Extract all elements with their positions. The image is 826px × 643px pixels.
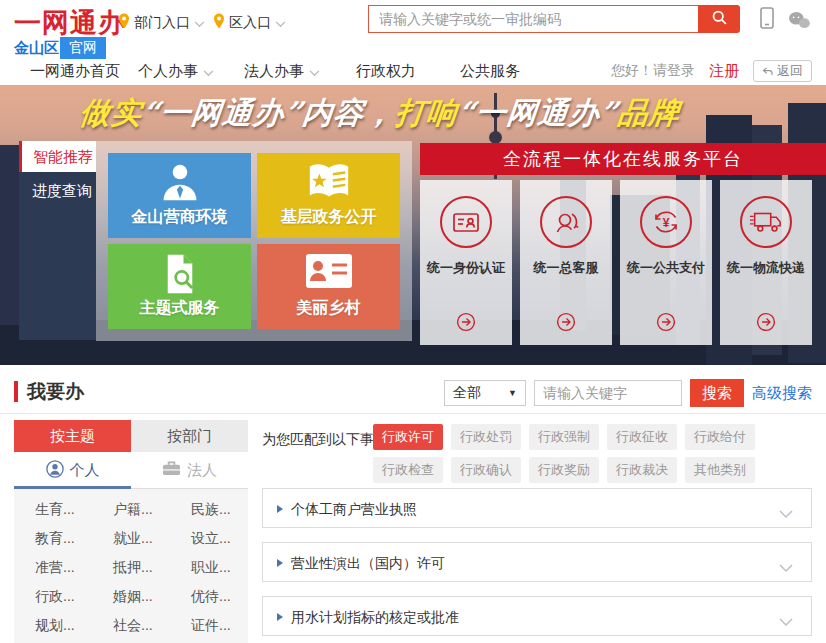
portal-page: 一网通办 部门入口 区入口 金山区 官网 一网通办首页 个人办事 法人办事 行政… bbox=[0, 0, 826, 643]
category-item[interactable]: 抵押... bbox=[92, 553, 170, 582]
tab-by-department[interactable]: 按部门 bbox=[131, 420, 248, 452]
category-item[interactable]: 准营... bbox=[14, 553, 92, 582]
tag-other-category[interactable]: 其他类别 bbox=[685, 457, 755, 483]
nav-admin-power[interactable]: 行政权力 bbox=[356, 62, 416, 81]
slogan-part: “一网通办” bbox=[456, 95, 620, 130]
keyword-input[interactable] bbox=[534, 380, 682, 406]
region-link[interactable]: 金山区 bbox=[14, 39, 59, 58]
site-logo[interactable]: 一网通办 bbox=[14, 5, 126, 41]
district-entry-dropdown[interactable]: 区入口 bbox=[213, 13, 286, 32]
filter-selected-value: 全部 bbox=[453, 384, 481, 402]
filter-select[interactable]: 全部 ▼ bbox=[444, 380, 526, 406]
subtab-personal[interactable]: 个人 bbox=[14, 452, 131, 488]
login-link[interactable]: 您好！请登录 bbox=[611, 62, 695, 80]
service-label: 统一物流快递 bbox=[727, 259, 805, 277]
header-search-button[interactable] bbox=[698, 5, 740, 33]
tag-admin-payment[interactable]: 行政给付 bbox=[685, 424, 755, 450]
open-book-icon bbox=[306, 188, 352, 205]
accordion-item-performance-permit[interactable]: 营业性演出（国内）许可 bbox=[262, 542, 812, 582]
category-item[interactable]: 就业... bbox=[92, 524, 170, 553]
header-search bbox=[368, 5, 740, 33]
wechat-icon[interactable] bbox=[786, 11, 812, 33]
category-item[interactable]: 户籍... bbox=[92, 495, 170, 524]
customer-service-icon bbox=[540, 196, 592, 248]
briefcase-icon bbox=[162, 460, 181, 480]
tile-business-environment[interactable]: 金山营商环境 bbox=[108, 153, 251, 238]
category-item[interactable]: 证件... bbox=[170, 611, 248, 640]
category-item[interactable]: 婚姻... bbox=[92, 582, 170, 611]
id-card-icon bbox=[305, 275, 353, 292]
arrow-right-icon bbox=[756, 312, 776, 336]
smart-recommend-item[interactable]: 智能推荐 bbox=[19, 141, 96, 172]
category-item[interactable]: 职业... bbox=[170, 553, 248, 582]
triangle-right-icon bbox=[277, 505, 283, 513]
district-entry-label: 区入口 bbox=[229, 14, 271, 32]
arrow-right-icon bbox=[456, 312, 476, 336]
category-item[interactable]: 设立... bbox=[170, 524, 248, 553]
accordion-title: 个体工商户营业执照 bbox=[291, 501, 417, 519]
category-item[interactable]: 生育... bbox=[14, 495, 92, 524]
chevron-down-icon[interactable] bbox=[779, 613, 793, 631]
tag-admin-coercion[interactable]: 行政强制 bbox=[529, 424, 599, 450]
tab-by-theme[interactable]: 按主题 bbox=[14, 420, 131, 452]
accordion-title: 用水计划指标的核定或批准 bbox=[291, 609, 459, 627]
location-pin-icon bbox=[213, 13, 225, 32]
identity-card-icon bbox=[440, 196, 492, 248]
tag-admin-penalty[interactable]: 行政处罚 bbox=[451, 424, 521, 450]
service-public-payment[interactable]: ¥ 统一公共支付 bbox=[620, 180, 712, 345]
header-search-input[interactable] bbox=[368, 5, 698, 33]
arrow-right-icon bbox=[656, 312, 676, 336]
category-item[interactable]: 规划... bbox=[14, 611, 92, 640]
category-item[interactable]: 优待... bbox=[170, 582, 248, 611]
tag-admin-confirmation[interactable]: 行政确认 bbox=[451, 457, 521, 483]
tile-grassroots-disclosure[interactable]: 基层政务公开 bbox=[257, 153, 400, 238]
nav-public-service[interactable]: 公共服务 bbox=[460, 62, 520, 81]
advanced-search-link[interactable]: 高级搜索 bbox=[752, 384, 812, 403]
svg-text:¥: ¥ bbox=[663, 216, 670, 230]
accordion-title: 营业性演出（国内）许可 bbox=[291, 555, 445, 573]
nav-personal-label: 个人办事 bbox=[138, 62, 198, 81]
tile-label: 主题式服务 bbox=[108, 298, 251, 319]
tile-beautiful-village[interactable]: 美丽乡村 bbox=[257, 244, 400, 329]
search-button[interactable]: 搜索 bbox=[690, 379, 744, 407]
register-link[interactable]: 注册 bbox=[709, 62, 739, 81]
tag-admin-permit[interactable]: 行政许可 bbox=[373, 424, 443, 450]
service-label: 统一身份认证 bbox=[427, 259, 505, 277]
chevron-down-icon[interactable] bbox=[779, 505, 793, 523]
slogan-part: 内容， bbox=[301, 95, 398, 130]
nav-public-label: 公共服务 bbox=[460, 62, 520, 81]
arrow-right-icon bbox=[556, 312, 576, 336]
section-divider bbox=[0, 413, 826, 414]
chevron-down-icon[interactable] bbox=[779, 559, 793, 577]
location-pin-icon bbox=[118, 13, 130, 32]
service-identity-auth[interactable]: 统一身份认证 bbox=[420, 180, 512, 345]
service-customer-service[interactable]: 统一总客服 bbox=[520, 180, 612, 345]
tag-admin-reward[interactable]: 行政奖励 bbox=[529, 457, 599, 483]
category-item[interactable]: 民族... bbox=[170, 495, 248, 524]
slogan-part: 做实 bbox=[78, 95, 144, 130]
tag-admin-levy[interactable]: 行政征收 bbox=[607, 424, 677, 450]
subtab-legal[interactable]: 法人 bbox=[131, 452, 248, 488]
tag-admin-inspection[interactable]: 行政检查 bbox=[373, 457, 443, 483]
nav-home[interactable]: 一网通办首页 bbox=[30, 62, 120, 81]
mobile-app-icon[interactable] bbox=[760, 7, 774, 33]
person-circle-icon bbox=[46, 460, 64, 481]
subtab-personal-label: 个人 bbox=[70, 461, 100, 480]
accordion-item-business-license[interactable]: 个体工商户营业执照 bbox=[262, 488, 812, 528]
magnifier-icon bbox=[711, 9, 728, 29]
category-item[interactable]: 教育... bbox=[14, 524, 92, 553]
quick-tiles-panel: 金山营商环境 基层政务公开 主题式服务 美丽乡村 bbox=[96, 141, 412, 341]
back-button[interactable]: 返回 bbox=[753, 60, 812, 82]
tile-theme-services[interactable]: 主题式服务 bbox=[108, 244, 251, 329]
tag-admin-ruling[interactable]: 行政裁决 bbox=[607, 457, 677, 483]
dept-entry-dropdown[interactable]: 部门入口 bbox=[118, 13, 205, 32]
chevron-down-icon bbox=[275, 15, 286, 31]
nav-legal-affairs[interactable]: 法人办事 bbox=[244, 62, 320, 81]
official-site-badge[interactable]: 官网 bbox=[60, 37, 106, 59]
accordion-item-water-quota[interactable]: 用水计划指标的核定或批准 bbox=[262, 596, 812, 636]
category-item[interactable]: 社会... bbox=[92, 611, 170, 640]
category-item[interactable]: 行政... bbox=[14, 582, 92, 611]
progress-query-item[interactable]: 进度查询 bbox=[19, 172, 96, 340]
nav-personal-affairs[interactable]: 个人办事 bbox=[138, 62, 214, 81]
service-logistics[interactable]: 统一物流快递 bbox=[720, 180, 812, 345]
